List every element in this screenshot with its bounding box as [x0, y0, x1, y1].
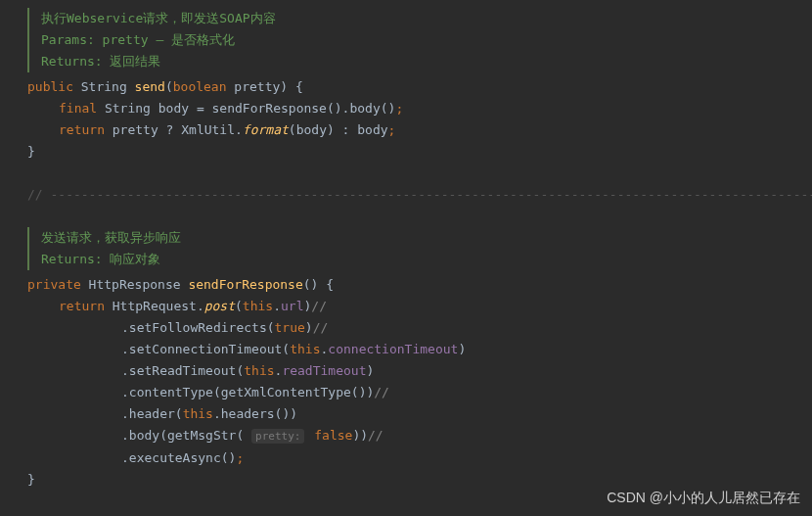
javadoc-params: Params: pretty – 是否格式化: [41, 29, 812, 51]
section-divider: // -------------------------------------…: [27, 184, 812, 206]
code-line: final String body = sendForResponse().bo…: [27, 98, 812, 119]
javadoc-returns: Returns: 返回结果: [41, 51, 812, 72]
code-line: .setFollowRedirects(true)//: [27, 317, 812, 339]
code-line: .body(getMsgStr( pretty: false))//: [27, 425, 812, 447]
javadoc-returns: Returns: 响应对象: [41, 249, 812, 270]
javadoc-block-send: 执行Webservice请求，即发送SOAP内容 Params: pretty …: [27, 8, 812, 72]
code-line: .header(this.headers()): [27, 403, 812, 425]
javadoc-desc: 发送请求，获取异步响应: [41, 227, 812, 249]
code-editor[interactable]: 执行Webservice请求，即发送SOAP内容 Params: pretty …: [0, 8, 812, 491]
code-line: .setConnectionTimeout(this.connectionTim…: [27, 339, 812, 360]
blank-line: [27, 206, 812, 227]
watermark-text: CSDN @小小的人儿居然已存在: [607, 487, 800, 508]
blank-line: [27, 163, 812, 184]
code-line: .setReadTimeout(this.readTimeout): [27, 360, 812, 382]
code-line: .contentType(getXmlContentType())//: [27, 382, 812, 403]
javadoc-desc: 执行Webservice请求，即发送SOAP内容: [41, 8, 812, 29]
code-line: return HttpRequest.post(this.url)//: [27, 296, 812, 317]
code-line: return pretty ? XmlUtil.format(body) : b…: [27, 119, 812, 141]
javadoc-block-sendForResponse: 发送请求，获取异步响应 Returns: 响应对象: [27, 227, 812, 270]
method-signature-send: public String send(boolean pretty) {: [27, 76, 812, 98]
code-line: .executeAsync();: [27, 447, 812, 469]
inlay-hint: pretty:: [251, 429, 304, 444]
close-brace: }: [27, 141, 812, 163]
method-signature-sendForResponse: private HttpResponse sendForResponse() {: [27, 274, 812, 296]
